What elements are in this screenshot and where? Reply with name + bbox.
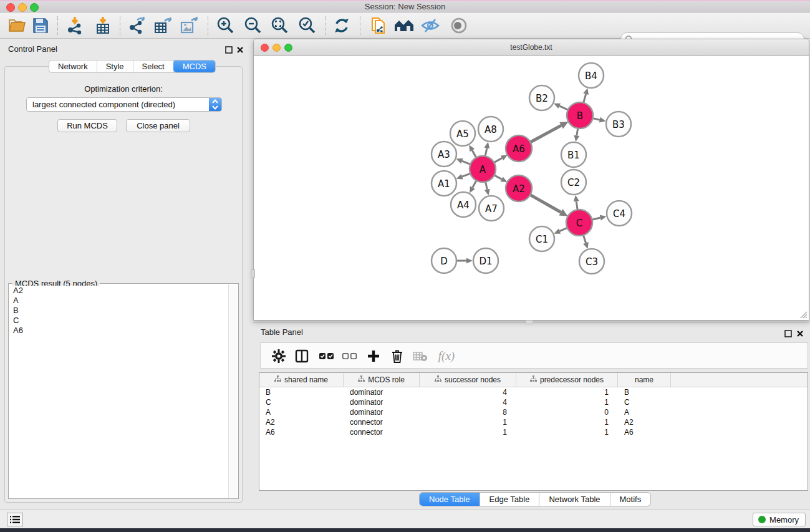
refresh-icon[interactable]	[331, 16, 352, 36]
result-scrollbar[interactable]	[228, 284, 238, 498]
memory-button[interactable]: Memory	[753, 513, 806, 526]
tab-edge-table[interactable]: Edge Table	[480, 493, 540, 506]
table-row[interactable]: Adominator80A	[259, 407, 808, 417]
result-item[interactable]: C	[9, 316, 229, 326]
main-toolbar	[0, 12, 810, 39]
tab-motifs[interactable]: Motifs	[610, 493, 651, 506]
result-item[interactable]: B	[9, 306, 229, 316]
node-label-A5: A5	[456, 128, 469, 140]
column-header-predecessor-nodes[interactable]: predecessor nodes	[516, 373, 618, 387]
table-row[interactable]: A6connector11A6	[259, 427, 808, 437]
table-row[interactable]: Cdominator41C	[259, 397, 808, 407]
mcds-result-list[interactable]: A2ABCA6	[9, 286, 229, 498]
edge-A6-B[interactable]	[530, 125, 562, 142]
cell-successor-nodes: 1	[420, 418, 516, 427]
cell-name: A2	[618, 418, 671, 427]
float-panel-icon[interactable]	[225, 45, 233, 52]
resize-grip-icon[interactable]	[799, 310, 808, 319]
column-header-name[interactable]: name	[618, 373, 671, 387]
zoom-in-icon[interactable]	[215, 16, 236, 36]
table-row[interactable]: Bdominator41B	[259, 387, 808, 397]
cell-predecessor-nodes: 1	[516, 428, 618, 437]
export-table-icon[interactable]	[152, 16, 173, 36]
desktop-background	[0, 528, 810, 532]
table-panel-title: Table Panel	[261, 327, 303, 337]
arrowhead-icon	[583, 88, 589, 95]
column-type-icon	[435, 375, 441, 384]
tab-mcds[interactable]: MCDS	[173, 60, 216, 72]
close-panel-button[interactable]: Close panel	[126, 119, 190, 132]
network-canvas[interactable]: AA1A2A3A4A5A6A7A8BB1B2B3B4CC1C2C3C4DD1	[254, 56, 809, 321]
open-file-icon[interactable]	[7, 16, 28, 36]
tab-node-table[interactable]: Node Table	[420, 493, 480, 506]
zoom-fit-icon[interactable]	[269, 16, 290, 36]
cell-name: A6	[618, 428, 671, 437]
tab-network-table[interactable]: Network Table	[539, 493, 610, 506]
result-item[interactable]: A6	[9, 326, 229, 336]
cell-name: B	[618, 388, 671, 397]
column-header-shared-name[interactable]: shared name	[259, 373, 344, 387]
pane-divider-grip[interactable]	[526, 320, 533, 324]
home-network-icon[interactable]	[393, 16, 415, 36]
select-all-checkboxes-icon[interactable]	[317, 347, 337, 365]
close-panel-icon[interactable]	[236, 45, 244, 52]
criterion-dropdown[interactable]: largest connected component (directed)	[26, 97, 222, 112]
edge-B-B4[interactable]	[583, 94, 586, 104]
node-label-C4: C4	[613, 208, 625, 220]
result-item[interactable]: A2	[9, 286, 229, 296]
save-session-icon[interactable]	[30, 16, 51, 36]
import-network-icon[interactable]	[64, 16, 85, 36]
arrowhead-icon	[466, 258, 473, 264]
node-label-B3: B3	[612, 119, 625, 130]
node-label-C: C	[576, 218, 582, 229]
edge-B-B2[interactable]	[559, 106, 569, 110]
column-header-successor-nodes[interactable]: successor nodes	[420, 373, 516, 387]
arrowhead-icon	[574, 195, 579, 202]
column-icon[interactable]	[292, 347, 312, 365]
cell-MCDS-role: dominator	[344, 388, 420, 397]
show-eye-icon[interactable]	[448, 16, 470, 36]
tab-network[interactable]: Network	[49, 60, 97, 72]
run-mcds-button[interactable]: Run MCDS	[57, 119, 117, 132]
task-history-button[interactable]	[7, 513, 23, 526]
zoom-out-icon[interactable]	[242, 16, 263, 36]
cell-shared-name: A2	[259, 418, 344, 427]
app-title: Session: New Session	[0, 2, 810, 11]
result-item[interactable]: A	[9, 296, 229, 306]
edge-A-A1[interactable]	[462, 173, 471, 177]
edge-A2-C[interactable]	[529, 195, 561, 212]
gear-icon[interactable]	[269, 347, 289, 365]
export-image-icon[interactable]	[178, 16, 200, 36]
tab-style[interactable]: Style	[97, 60, 133, 72]
table-close-icon[interactable]	[796, 329, 804, 336]
network-view-window: testGlobe.txt AA1A2A3A4A5A6A7A8BB1B2B3B4…	[253, 39, 809, 321]
node-label-A2: A2	[513, 183, 525, 195]
table-header: shared nameMCDS rolesuccessor nodesprede…	[259, 373, 808, 387]
table-float-icon[interactable]	[784, 329, 792, 336]
edge-A-A3[interactable]	[462, 161, 471, 165]
hide-panel-eye-icon[interactable]	[420, 16, 441, 36]
node-table[interactable]: shared nameMCDS rolesuccessor nodesprede…	[259, 372, 808, 491]
delete-table-icon[interactable]	[410, 347, 430, 365]
delete-column-icon[interactable]	[387, 347, 407, 365]
zoom-selected-icon[interactable]	[296, 16, 317, 36]
node-label-C1: C1	[536, 234, 548, 245]
arrowhead-icon	[600, 215, 607, 221]
node-label-A7: A7	[485, 203, 498, 215]
table-row[interactable]: A2connector11A2	[259, 417, 808, 427]
column-header-MCDS-role[interactable]: MCDS role	[344, 373, 420, 387]
network-window-titlebar[interactable]: testGlobe.txt	[254, 39, 809, 56]
export-network-icon[interactable]	[126, 16, 147, 36]
node-label-A1: A1	[438, 178, 450, 190]
deselect-all-checkboxes-icon[interactable]	[340, 347, 360, 365]
clone-network-icon[interactable]	[368, 16, 389, 36]
toolbar-separator	[360, 16, 360, 35]
function-builder-icon[interactable]: f(x)	[433, 347, 460, 365]
pane-divider-grip[interactable]	[251, 269, 255, 278]
import-table-icon[interactable]	[92, 16, 113, 36]
arrowhead-icon	[456, 174, 463, 179]
column-type-icon	[358, 375, 365, 384]
tab-select[interactable]: Select	[133, 60, 174, 72]
add-column-icon[interactable]	[364, 347, 383, 365]
edge-A-A6[interactable]	[493, 158, 502, 163]
